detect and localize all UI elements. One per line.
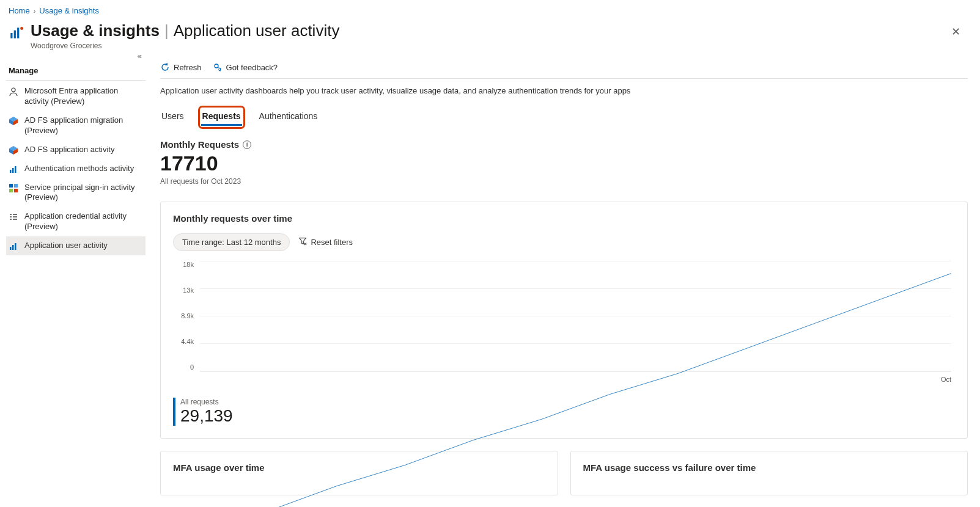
svg-rect-2 bbox=[17, 27, 19, 38]
feedback-icon bbox=[213, 62, 223, 72]
bar-chart-icon bbox=[9, 241, 18, 251]
sidebar-item-auth-methods-activity[interactable]: Authentication methods activity bbox=[6, 159, 146, 178]
page-title-sub: Application user activity bbox=[174, 21, 340, 40]
metric-value: 17710 bbox=[160, 152, 968, 175]
sidebar-item-label: Application user activity bbox=[24, 241, 142, 251]
svg-rect-0 bbox=[10, 33, 12, 38]
y-tick: 0 bbox=[173, 363, 194, 371]
chart-line-series bbox=[200, 261, 951, 507]
svg-rect-24 bbox=[10, 247, 12, 250]
feedback-button[interactable]: Got feedback? bbox=[213, 62, 278, 72]
chart-x-label-right: Oct bbox=[941, 376, 951, 383]
sidebar-item-label: AD FS application activity bbox=[24, 145, 142, 155]
metric-heading: Monthly Requests bbox=[160, 139, 239, 150]
cube-icon bbox=[9, 116, 18, 126]
page-subtitle: Woodgrove Groceries bbox=[31, 42, 339, 50]
person-icon bbox=[9, 87, 18, 97]
svg-rect-13 bbox=[15, 166, 17, 173]
breadcrumb-current[interactable]: Usage & insights bbox=[39, 6, 99, 15]
y-tick: 13k bbox=[173, 286, 194, 294]
page-description: Application user activity dashboards hel… bbox=[160, 86, 968, 95]
chart-card-title: Monthly requests over time bbox=[173, 213, 955, 224]
chart-y-axis-labels: 18k 13k 8.9k 4.4k 0 bbox=[173, 261, 197, 371]
sidebar-item-label: Service principal sign-in activity (Prev… bbox=[24, 183, 142, 203]
svg-rect-11 bbox=[10, 170, 12, 173]
toolbar-divider bbox=[160, 78, 968, 79]
y-tick: 18k bbox=[173, 261, 194, 268]
sidebar-item-service-principal-signin[interactable]: Service principal sign-in activity (Prev… bbox=[6, 178, 146, 208]
toolbar: Refresh Got feedback? bbox=[160, 57, 968, 78]
refresh-button[interactable]: Refresh bbox=[160, 62, 202, 72]
grid-icon bbox=[9, 183, 18, 193]
sidebar-item-application-user-activity[interactable]: Application user activity bbox=[6, 236, 146, 255]
tab-authentications[interactable]: Authentications bbox=[258, 109, 319, 126]
insights-icon bbox=[9, 25, 24, 41]
bar-chart-icon bbox=[9, 164, 18, 174]
feedback-label: Got feedback? bbox=[226, 63, 278, 72]
tab-users[interactable]: Users bbox=[160, 109, 185, 126]
svg-rect-14 bbox=[9, 184, 13, 188]
main-content: Refresh Got feedback? Application user a… bbox=[146, 57, 980, 507]
page-title-separator: | bbox=[164, 21, 169, 40]
collapse-sidebar-button[interactable]: « bbox=[138, 51, 142, 60]
sidebar-item-label: Authentication methods activity bbox=[24, 164, 142, 174]
y-tick: 4.4k bbox=[173, 338, 194, 345]
sidebar-item-label: Microsoft Entra application activity (Pr… bbox=[24, 86, 142, 107]
svg-point-4 bbox=[12, 88, 15, 92]
refresh-label: Refresh bbox=[174, 63, 202, 72]
chart-area: 18k 13k 8.9k 4.4k 0 Oct bbox=[173, 261, 955, 383]
sidebar-item-adfs-activity[interactable]: AD FS application activity bbox=[6, 140, 146, 159]
svg-rect-25 bbox=[12, 245, 14, 250]
svg-rect-1 bbox=[14, 31, 16, 38]
y-tick: 8.9k bbox=[173, 312, 194, 319]
chart-plot bbox=[200, 261, 951, 371]
page-title-main: Usage & insights bbox=[31, 21, 160, 40]
info-icon[interactable]: i bbox=[243, 140, 251, 149]
sidebar-item-adfs-migration[interactable]: AD FS application migration (Preview) bbox=[6, 111, 146, 140]
sidebar-item-label: AD FS application migration (Preview) bbox=[24, 115, 142, 136]
sidebar-section-title: Manage bbox=[6, 57, 146, 80]
refresh-icon bbox=[160, 62, 170, 72]
chart-card-monthly-requests: Monthly requests over time Time range: L… bbox=[160, 202, 968, 439]
tabs: Users Requests Authentications bbox=[160, 109, 968, 126]
sidebar-item-entra-application-activity[interactable]: Microsoft Entra application activity (Pr… bbox=[6, 82, 146, 111]
svg-rect-12 bbox=[12, 168, 14, 173]
chevron-right-icon: › bbox=[34, 7, 36, 15]
breadcrumb: Home › Usage & insights bbox=[0, 0, 980, 19]
checklist-icon bbox=[9, 212, 18, 222]
metric-block: Monthly Requests i 17710 All requests fo… bbox=[160, 139, 968, 186]
close-button[interactable]: ✕ bbox=[949, 23, 963, 41]
svg-point-3 bbox=[20, 27, 23, 30]
cube-icon bbox=[9, 145, 18, 155]
tab-requests[interactable]: Requests bbox=[201, 109, 242, 126]
time-range-pill[interactable]: Time range: Last 12 months bbox=[173, 233, 290, 251]
svg-rect-26 bbox=[15, 243, 17, 250]
reset-filters-button[interactable]: Reset filters bbox=[298, 237, 353, 247]
svg-point-27 bbox=[215, 64, 218, 68]
page-title: Usage & insights | Application user acti… bbox=[31, 21, 339, 40]
sidebar-divider bbox=[6, 80, 146, 81]
svg-rect-17 bbox=[14, 189, 18, 192]
reset-filters-label: Reset filters bbox=[311, 238, 353, 247]
page-header: Usage & insights | Application user acti… bbox=[0, 19, 980, 57]
filter-reset-icon bbox=[298, 237, 307, 247]
breadcrumb-home[interactable]: Home bbox=[9, 6, 30, 15]
sidebar-item-credential-activity[interactable]: Application credential activity (Preview… bbox=[6, 207, 146, 236]
svg-rect-16 bbox=[9, 189, 13, 192]
sidebar-item-label: Application credential activity (Preview… bbox=[24, 211, 142, 232]
svg-rect-15 bbox=[14, 184, 18, 188]
sidebar: « Manage Microsoft Entra application act… bbox=[0, 57, 146, 255]
metric-subtext: All requests for Oct 2023 bbox=[160, 177, 968, 186]
